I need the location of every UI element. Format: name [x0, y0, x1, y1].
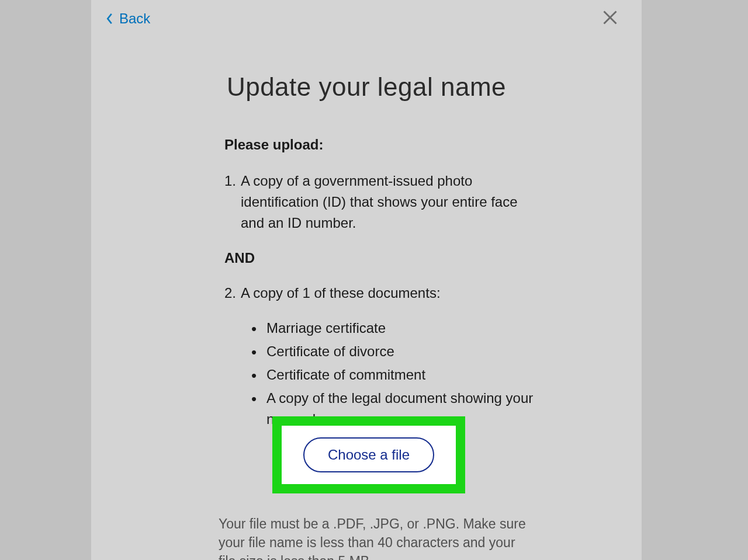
back-label: Back [119, 11, 150, 27]
back-button[interactable]: Back [103, 6, 153, 32]
document-option: Marriage certificate [251, 318, 540, 339]
file-requirements-hint: Your file must be a .PDF, .JPG, or .PNG.… [219, 514, 534, 560]
requirements-list: A copy of a government-issued photo iden… [224, 171, 540, 234]
requirement-item-1: A copy of a government-issued photo iden… [224, 171, 540, 234]
update-legal-name-modal: Back Update your legal name Please uploa… [91, 0, 642, 560]
requirement-item-2: A copy of 1 of these documents: Marriage… [224, 283, 540, 430]
and-separator: AND [224, 250, 540, 266]
documents-list: Marriage certificate Certificate of divo… [251, 318, 540, 430]
page-title: Update your legal name [103, 72, 630, 102]
upload-instructions: Please upload: A copy of a government-is… [224, 137, 540, 560]
requirement-item-2-text: A copy of 1 of these documents: [241, 285, 441, 301]
document-option: Certificate of divorce [251, 341, 540, 362]
highlight-inner: Choose a file [282, 426, 456, 484]
highlight-annotation: Choose a file [272, 416, 465, 493]
chevron-left-icon [105, 12, 115, 25]
close-icon [602, 9, 618, 26]
upload-heading: Please upload: [224, 137, 540, 153]
requirements-list-2: A copy of 1 of these documents: Marriage… [224, 283, 540, 430]
document-option: Certificate of commitment [251, 364, 540, 385]
close-button[interactable] [601, 8, 619, 27]
choose-file-button[interactable]: Choose a file [303, 437, 434, 472]
